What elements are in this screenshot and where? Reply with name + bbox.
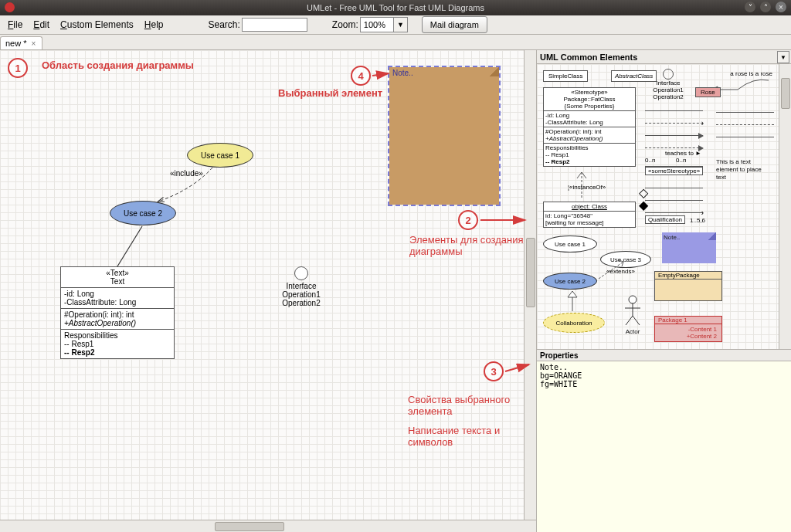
note-fold-icon xyxy=(490,67,499,76)
search-input[interactable] xyxy=(242,18,307,32)
pal-rel-dep[interactable]: › xyxy=(645,123,703,124)
pal-rel-agg[interactable]: ◇ xyxy=(645,188,703,188)
marker-1: 1 xyxy=(8,58,28,78)
pal-rel-real[interactable] xyxy=(645,147,703,148)
svg-point-9 xyxy=(629,296,637,303)
pal-package1[interactable]: Package 1 -Content 1 +Content 2 xyxy=(654,316,722,342)
class-box[interactable]: «Text»Text -id: Long-ClassAttribute: Lon… xyxy=(60,266,175,359)
diagram-canvas[interactable]: 1 Область создания диаграммы 4 Выбранный… xyxy=(0,50,536,520)
palette-header: UML Common Elements ▼ xyxy=(537,50,791,64)
pal-rose-box[interactable]: Rose xyxy=(695,87,721,97)
pal-instanceof: ¦«instanceOf» xyxy=(568,184,606,191)
svg-line-3 xyxy=(117,226,142,266)
marker-2: 2 xyxy=(458,210,478,230)
annotation-2: Элементы для создания диаграммы xyxy=(409,234,533,257)
class-resp1: -- Resp1 xyxy=(64,340,93,348)
tab-close-icon[interactable]: × xyxy=(32,39,36,48)
usecase-2[interactable]: Use case 2 xyxy=(110,201,176,225)
pal-usecase2[interactable]: Use case 2 xyxy=(543,273,597,290)
palette-panel[interactable]: SimpleClass AbstractClass Interface Oper… xyxy=(537,64,791,350)
close-button[interactable]: × xyxy=(776,2,786,12)
class-op2: +AbstractOperation() xyxy=(64,319,136,327)
note-selected[interactable]: Note.. xyxy=(389,67,499,205)
pal-stereotype-class[interactable]: «Stereotype» Package::FatClass {Some Pro… xyxy=(543,87,636,167)
annotation-1: Область создания диаграммы xyxy=(42,59,194,71)
interface-op2: Operation2 xyxy=(274,299,328,307)
interface-op1: Operation1 xyxy=(274,290,328,299)
dropdown-arrow-icon[interactable]: ▼ xyxy=(394,17,408,32)
class-op1: #Operation(i: int): int xyxy=(64,310,134,319)
annotation-4: Выбранный элемент xyxy=(278,87,382,99)
menubar: FFileile Edit Custom Elements Help Searc… xyxy=(0,15,791,35)
class-hd2: Text xyxy=(110,277,124,286)
svg-line-12 xyxy=(626,316,633,325)
pal-stereoline[interactable]: «someStereotype» xyxy=(645,167,703,175)
class-resp-hd: Responsibilities xyxy=(64,331,117,340)
annotation-3a: Свойства выбранного элемента xyxy=(408,394,531,417)
menu-custom[interactable]: Custom Elements xyxy=(56,18,138,32)
pal-object[interactable]: object: Class id: Long="36548"[waiting f… xyxy=(543,202,636,228)
pal-interface[interactable]: Interface Operation1 Operation2 xyxy=(645,69,691,100)
class-hd1: «Text» xyxy=(106,269,128,277)
pal-extends: «extends» xyxy=(606,268,635,275)
tab-new[interactable]: new * × xyxy=(0,36,42,49)
note-text: Note.. xyxy=(392,69,413,77)
pal-text-note[interactable]: This is a text element to place text xyxy=(716,158,770,181)
interface-element[interactable]: Interface Operation1 Operation2 xyxy=(274,266,328,307)
interface-circle-icon xyxy=(663,69,674,80)
class-resp2: -- Resp2 xyxy=(64,348,94,357)
menu-help[interactable]: Help xyxy=(140,18,168,32)
class-attr1: -id: Long xyxy=(64,290,94,298)
zoom-select[interactable]: 100% ▼ xyxy=(360,17,408,32)
pal-rel-comp[interactable]: ◆ xyxy=(645,200,703,201)
window-titlebar: UMLet - Free UML Tool for Fast UML Diagr… xyxy=(0,0,791,15)
pal-qualification[interactable]: Qualification xyxy=(645,215,685,224)
properties-header: Properties xyxy=(537,350,791,361)
svg-marker-8 xyxy=(568,291,577,297)
usecase-1[interactable]: Use case 1 xyxy=(187,143,253,168)
properties-editor[interactable]: Note.. bg=ORANGE fg=WHITE xyxy=(537,361,791,532)
pal-rel-l3[interactable] xyxy=(716,137,774,137)
zoom-label: Zoom: xyxy=(332,19,358,30)
tab-bar: new * × xyxy=(0,35,791,50)
pal-usecase3[interactable]: Use case 3 xyxy=(600,251,651,268)
pal-usecase1[interactable]: Use case 1 xyxy=(543,236,597,252)
tab-label: new * xyxy=(5,39,27,48)
pal-teaches-label: teaches to ► xyxy=(654,150,712,157)
marker-3: 3 xyxy=(484,361,504,381)
menu-edit[interactable]: Edit xyxy=(29,18,54,32)
menu-file[interactable]: FFileile xyxy=(3,18,27,32)
pal-rel-nav[interactable]: › xyxy=(645,212,703,213)
maximize-button[interactable]: ˄ xyxy=(760,2,771,12)
pal-rel-gen[interactable] xyxy=(645,135,703,136)
pal-collaboration[interactable]: Collaboration xyxy=(543,313,605,333)
annotation-3b: Написание текста и символов xyxy=(408,425,531,448)
pal-simpleclass[interactable]: SimpleClass xyxy=(543,70,588,82)
interface-circle-icon xyxy=(294,266,308,280)
class-attr2: -ClassAttribute: Long xyxy=(64,298,136,307)
palette-dropdown-icon[interactable]: ▼ xyxy=(777,51,789,63)
canvas-scrollbar-v[interactable] xyxy=(524,50,536,520)
svg-line-13 xyxy=(633,316,640,325)
window-title: UMLet - Free UML Tool for Fast UML Diagr… xyxy=(307,3,484,12)
palette-scrollbar-v[interactable] xyxy=(779,64,791,349)
zoom-value: 100% xyxy=(360,17,394,32)
pal-empty-package[interactable]: EmptyPackage xyxy=(654,271,722,301)
svg-line-0 xyxy=(372,73,389,76)
marker-4: 4 xyxy=(351,66,371,86)
pal-note[interactable]: Note.. xyxy=(662,232,716,263)
include-label: «include» xyxy=(170,169,203,178)
mail-diagram-button[interactable]: Mail diagram xyxy=(422,16,487,33)
canvas-scrollbar-h[interactable] xyxy=(0,520,536,532)
minimize-button[interactable]: ˅ xyxy=(745,2,755,12)
pal-actor[interactable]: Actor xyxy=(617,294,648,335)
app-icon xyxy=(5,2,15,12)
interface-label: Interface xyxy=(274,282,328,290)
pal-rel-l1[interactable] xyxy=(716,112,774,113)
search-label: Search: xyxy=(208,19,239,30)
pal-rel-assoc[interactable] xyxy=(645,110,703,111)
pal-rel-l2[interactable] xyxy=(716,124,774,125)
palette-title: UML Common Elements xyxy=(540,53,637,62)
